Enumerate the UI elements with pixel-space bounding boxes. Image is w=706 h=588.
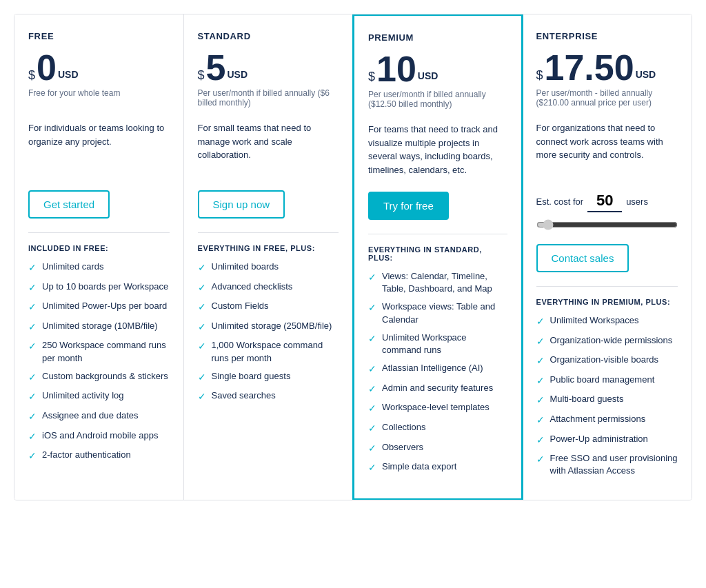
list-item: ✓Atlassian Intelligence (AI)	[368, 362, 507, 376]
feature-text: Unlimited Workspaces	[550, 314, 639, 327]
check-icon: ✓	[536, 434, 545, 447]
list-item: ✓Collections	[368, 421, 507, 436]
feature-text: Organization-visible boards	[550, 354, 659, 366]
est-cost-container: Est. cost forusers	[536, 190, 678, 212]
est-cost-slider-container	[536, 219, 678, 233]
list-item: ✓Unlimited cards	[28, 261, 170, 275]
list-item: ✓Workspace-level templates	[368, 401, 507, 416]
check-icon: ✓	[28, 449, 37, 463]
divider-free	[28, 232, 170, 233]
cta-button-premium[interactable]: Try for free	[368, 192, 449, 220]
feature-text: 2-factor authentication	[42, 449, 131, 461]
feature-text: Power-Up administration	[550, 433, 648, 445]
check-icon: ✓	[536, 414, 545, 427]
check-icon: ✓	[28, 301, 37, 314]
plan-col-enterprise: ENTERPRISE$17.50USDPer user/month - bill…	[523, 14, 692, 500]
feature-text: Unlimited Power-Ups per board	[42, 300, 167, 312]
check-icon: ✓	[536, 335, 545, 349]
plan-col-standard: STANDARD$5USDPer user/month if billed an…	[184, 14, 354, 500]
feature-text: Single board guests	[212, 370, 291, 383]
check-icon: ✓	[198, 261, 206, 275]
plan-name-free: FREE	[28, 31, 170, 41]
divider-premium	[368, 234, 507, 234]
check-icon: ✓	[536, 374, 545, 388]
feature-text: Custom Fields	[212, 300, 269, 312]
feature-text: Public board management	[550, 374, 655, 386]
check-icon: ✓	[368, 271, 376, 285]
divider-standard	[198, 232, 339, 233]
check-icon: ✓	[28, 261, 37, 275]
feature-text: Unlimited storage (10MB/file)	[42, 320, 158, 332]
cta-button-free[interactable]: Get started	[28, 190, 110, 219]
feature-text: iOS and Android mobile apps	[42, 429, 158, 442]
check-icon: ✓	[28, 321, 37, 334]
plan-description-standard: For small teams that need to manage work…	[198, 121, 339, 176]
check-icon: ✓	[536, 453, 545, 467]
list-item: ✓Single board guests	[198, 370, 339, 385]
list-item: ✓Custom Fields	[198, 300, 339, 314]
price-dollar-free: $	[28, 69, 35, 81]
price-dollar-premium: $	[368, 70, 375, 83]
list-item: ✓Unlimited activity log	[28, 389, 170, 404]
feature-text: Simple data export	[382, 460, 456, 473]
check-icon: ✓	[368, 422, 376, 436]
feature-text: Free SSO and user provisioning with Atla…	[550, 452, 678, 477]
feature-text: 1,000 Workspace command runs per month	[212, 339, 339, 364]
feature-text: Saved searches	[212, 389, 276, 402]
section-title-standard: EVERYTHING IN FREE, PLUS:	[198, 244, 339, 252]
check-icon: ✓	[368, 461, 376, 475]
feature-text: Unlimited Workspace command runs	[382, 332, 507, 356]
cta-button-standard[interactable]: Sign up now	[198, 190, 285, 219]
list-item: ✓Unlimited storage (250MB/file)	[198, 320, 339, 334]
divider-enterprise	[536, 286, 678, 287]
feature-text: Assignee and due dates	[42, 409, 139, 422]
check-icon: ✓	[198, 301, 206, 314]
check-icon: ✓	[368, 402, 376, 416]
check-icon: ✓	[368, 363, 376, 376]
list-item: ✓Custom backgrounds & stickers	[28, 370, 170, 385]
list-item: ✓Unlimited boards	[198, 261, 339, 275]
feature-text: Workspace views: Table and Calendar	[382, 301, 507, 325]
plan-description-enterprise: For organizations that need to connect w…	[536, 121, 678, 176]
plan-name-enterprise: ENTERPRISE	[536, 31, 678, 41]
feature-list-premium: ✓Views: Calendar, Timeline, Table, Dashb…	[368, 270, 507, 480]
list-item: ✓Assignee and due dates	[28, 409, 170, 424]
price-amount-premium: 10	[376, 51, 416, 87]
feature-text: Unlimited boards	[212, 261, 279, 273]
feature-list-free: ✓Unlimited cards✓Up to 10 boards per Wor…	[28, 261, 170, 469]
plan-col-premium: PREMIUM$10USDPer user/month if billed an…	[352, 14, 523, 500]
check-icon: ✓	[368, 383, 376, 396]
section-title-enterprise: EVERYTHING IN PREMIUM, PLUS:	[536, 298, 678, 306]
price-usd-standard: USD	[227, 69, 248, 80]
cta-button-enterprise[interactable]: Contact sales	[536, 244, 629, 272]
price-row-premium: $10USD	[368, 51, 507, 87]
list-item: ✓1,000 Workspace command runs per month	[198, 339, 339, 364]
list-item: ✓Multi-board guests	[536, 393, 678, 407]
plan-description-free: For individuals or teams looking to orga…	[28, 121, 170, 176]
list-item: ✓Public board management	[536, 374, 678, 388]
feature-text: Atlassian Intelligence (AI)	[382, 362, 483, 374]
est-cost-slider[interactable]	[536, 219, 678, 230]
check-icon: ✓	[28, 340, 37, 354]
price-dollar-standard: $	[198, 69, 205, 81]
check-icon: ✓	[536, 354, 545, 368]
price-amount-standard: 5	[206, 50, 226, 85]
price-amount-enterprise: 17.50	[545, 50, 634, 85]
price-row-enterprise: $17.50USD	[536, 50, 678, 85]
est-cost-input[interactable]	[587, 190, 622, 212]
list-item: ✓Views: Calendar, Timeline, Table, Dashb…	[368, 270, 507, 295]
check-icon: ✓	[28, 390, 37, 404]
plan-col-free: FREE$0USDFree for your whole teamFor ind…	[14, 14, 184, 500]
feature-text: Attachment permissions	[550, 413, 646, 425]
price-note-standard: Per user/month if billed annually ($6 bi…	[198, 88, 339, 110]
price-usd-free: USD	[58, 69, 79, 80]
est-cost-label-before: Est. cost for	[536, 196, 584, 207]
list-item: ✓Up to 10 boards per Workspace	[28, 281, 170, 295]
list-item: ✓Unlimited Workspace command runs	[368, 332, 507, 356]
plan-name-standard: STANDARD	[198, 31, 339, 41]
feature-text: Admin and security features	[382, 382, 493, 394]
check-icon: ✓	[368, 332, 376, 346]
section-title-free: INCLUDED IN FREE:	[28, 244, 170, 252]
check-icon: ✓	[198, 390, 206, 404]
price-note-premium: Per user/month if billed annually ($12.5…	[368, 90, 507, 112]
